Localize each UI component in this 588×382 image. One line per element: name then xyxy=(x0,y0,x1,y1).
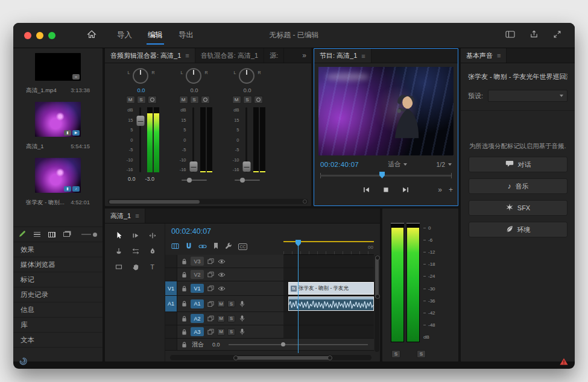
scrubber-playhead[interactable] xyxy=(379,172,385,178)
fader-handle[interactable] xyxy=(242,161,250,172)
record-arm-button[interactable] xyxy=(254,96,263,104)
track-select-forward-tool[interactable] xyxy=(127,228,144,243)
step-back-button[interactable] xyxy=(362,186,370,193)
edit-pencil-icon[interactable] xyxy=(19,229,26,240)
sync-lock-icon[interactable] xyxy=(206,271,215,278)
track-content[interactable] xyxy=(283,255,374,268)
program-scrubber[interactable] xyxy=(320,172,452,178)
fullscreen-button[interactable] xyxy=(553,30,561,41)
thumbnail-view-icon[interactable] xyxy=(48,232,55,237)
button-overflow[interactable]: » xyxy=(438,186,442,194)
program-timecode[interactable]: 00:02:40:07 xyxy=(320,161,359,168)
volume-fader[interactable] xyxy=(242,107,251,172)
sidebar-item-media-browser[interactable]: 媒体浏览器 xyxy=(13,257,103,272)
list-item[interactable]: ›› 高清_1.mp4 3:13:38 xyxy=(13,53,103,95)
insert-overwrite-icon[interactable] xyxy=(171,241,179,252)
lock-icon[interactable] xyxy=(180,271,188,278)
master-level-value[interactable]: 0.0 xyxy=(212,342,220,348)
dialogue-tag-button[interactable]: 对话 xyxy=(469,157,567,172)
music-tag-button[interactable]: ♪ 音乐 xyxy=(469,178,567,194)
menu-edit[interactable]: 编辑 xyxy=(142,23,169,48)
sync-lock-icon[interactable] xyxy=(206,315,215,322)
tab-audio-track-mixer[interactable]: 音轨混合器: 高清_1 xyxy=(195,48,264,63)
sidebar-item-text[interactable]: 文本 xyxy=(13,333,103,348)
mixer-horizontal-scrollbar[interactable] xyxy=(108,199,308,204)
tab-audio-clip-mixer[interactable]: 音频剪辑混合器: 高清_1 ≡ xyxy=(105,48,195,63)
track-content[interactable] xyxy=(283,268,374,281)
source-patch-a1[interactable]: A1 xyxy=(165,296,177,312)
track-content[interactable] xyxy=(283,312,374,325)
menu-import[interactable]: 导入 xyxy=(111,23,138,48)
pan-knob[interactable] xyxy=(133,68,148,84)
mute-button[interactable]: M xyxy=(232,96,241,104)
audio-clip[interactable] xyxy=(288,296,374,311)
panel-menu-icon[interactable]: ≡ xyxy=(135,212,139,219)
play-stop-button[interactable] xyxy=(382,186,390,193)
solo-left-button[interactable]: S xyxy=(391,350,400,358)
mic-icon[interactable] xyxy=(238,328,246,336)
mute-button[interactable]: M xyxy=(126,96,135,104)
clip-thumbnail[interactable]: ›› xyxy=(35,53,81,81)
captions-cc-icon[interactable]: CC xyxy=(238,243,247,250)
scrollbar-handle[interactable] xyxy=(109,200,200,204)
track-target-button[interactable]: V3 xyxy=(191,257,204,266)
mute-button[interactable]: M xyxy=(217,328,225,336)
sync-spiral-icon[interactable] xyxy=(19,357,28,368)
mic-icon[interactable] xyxy=(238,300,246,308)
solo-button[interactable]: S xyxy=(137,96,146,104)
clip-thumbnail[interactable]: ▮♪ xyxy=(35,158,81,193)
panel-menu-icon[interactable]: ≡ xyxy=(361,52,365,60)
zoom-window-button[interactable] xyxy=(48,32,55,39)
warning-triangle-icon[interactable] xyxy=(560,357,568,368)
linked-selection-icon[interactable] xyxy=(198,241,207,252)
scrubber-track[interactable] xyxy=(320,175,452,177)
ambience-tag-button[interactable]: 环境 xyxy=(469,222,567,237)
mute-button[interactable]: M xyxy=(217,315,225,322)
pan-value[interactable]: 0.0 xyxy=(243,87,251,93)
track-content[interactable]: fx 张学友 - 吻别 - 学友光 xyxy=(283,281,374,295)
pan-knob[interactable] xyxy=(186,68,201,84)
volume-fader[interactable] xyxy=(189,107,198,172)
sidebar-item-markers[interactable]: 标记 xyxy=(13,272,103,287)
razor-tool[interactable] xyxy=(110,243,127,258)
sidebar-item-libraries[interactable]: 库 xyxy=(13,318,103,333)
panel-menu-icon[interactable]: ≡ xyxy=(497,52,501,59)
record-arm-button[interactable] xyxy=(148,96,157,104)
fader-readout-slider[interactable] xyxy=(182,180,207,181)
solo-button[interactable]: S xyxy=(227,300,235,307)
program-video-preview[interactable] xyxy=(318,67,454,155)
timeline-vertical-scrollbar[interactable] xyxy=(375,255,379,352)
sync-lock-icon[interactable] xyxy=(206,301,215,307)
pan-value[interactable]: 0.0 xyxy=(137,87,145,93)
button-editor-add[interactable]: + xyxy=(449,186,453,194)
solo-button[interactable]: S xyxy=(227,315,235,322)
video-clip[interactable]: fx 张学友 - 吻别 - 学友光 xyxy=(288,282,374,295)
type-tool[interactable]: T xyxy=(144,259,160,274)
playhead-line[interactable] xyxy=(298,240,299,353)
list-item[interactable]: ▮♪ 张学友 - 吻别... 4:52:01 xyxy=(13,158,103,207)
solo-right-button[interactable]: S xyxy=(417,350,426,358)
pen-tool[interactable] xyxy=(144,243,160,258)
rectangle-tool[interactable] xyxy=(110,259,127,274)
timeline-horizontal-scrollbar[interactable] xyxy=(170,355,371,360)
track-target-button[interactable]: V2 xyxy=(191,270,204,279)
sidebar-item-effects[interactable]: 效果 xyxy=(13,242,103,257)
lock-icon[interactable] xyxy=(180,300,188,307)
mic-icon[interactable] xyxy=(238,315,246,322)
list-item[interactable]: ▮▶ 高清_1 5:54:15 xyxy=(13,102,103,151)
track-content[interactable] xyxy=(283,325,374,338)
track-target-button[interactable]: A2 xyxy=(191,314,204,323)
tab-sequence[interactable]: 高清_1 ≡ xyxy=(105,208,145,223)
panel-menu-icon[interactable]: ≡ xyxy=(185,52,189,59)
scrollbar-handle[interactable] xyxy=(235,356,331,360)
eye-icon[interactable] xyxy=(217,286,226,292)
sidebar-item-history[interactable]: 历史记录 xyxy=(13,287,103,302)
mute-button[interactable]: M xyxy=(217,300,225,307)
sync-lock-icon[interactable] xyxy=(206,258,215,265)
playback-resolution-select[interactable]: 1/2 xyxy=(436,161,452,168)
lock-icon[interactable] xyxy=(180,285,188,292)
zoom-level-select[interactable]: 适合 xyxy=(388,160,407,169)
timeline-settings-wrench-icon[interactable] xyxy=(225,241,232,252)
add-marker-icon[interactable] xyxy=(213,241,219,252)
solo-button[interactable]: S xyxy=(227,328,235,336)
